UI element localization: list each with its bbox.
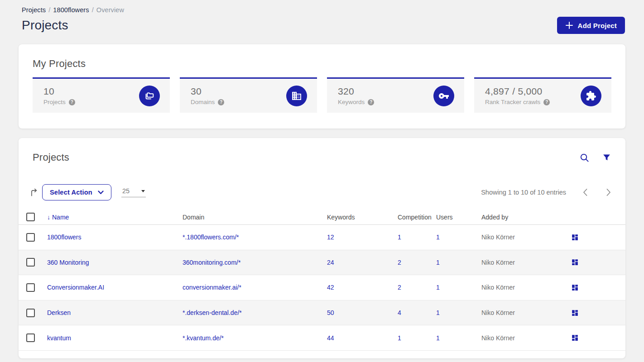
project-added-by: Niko Körner bbox=[481, 334, 569, 342]
projects-table-title: Projects bbox=[33, 152, 69, 163]
projects-table: ↓ Name Domain Keywords Competition Users… bbox=[19, 210, 625, 351]
stat-domains: 30 Domains ? bbox=[180, 77, 317, 113]
project-users-value[interactable]: 1 bbox=[436, 309, 481, 316]
breadcrumb-1800flowers[interactable]: 1800flowers bbox=[53, 6, 89, 14]
caret-down-icon bbox=[141, 190, 145, 192]
stat-rank-tracker-label: Rank Tracker crawls bbox=[485, 99, 540, 105]
stat-projects-value: 10 bbox=[43, 86, 75, 97]
project-competition-value[interactable]: 2 bbox=[398, 259, 436, 266]
project-competition-value[interactable]: 1 bbox=[398, 233, 436, 241]
filter-icon[interactable] bbox=[602, 153, 611, 162]
table-row: 360 Monitoring 360monitoring.com/* 24 2 … bbox=[19, 250, 625, 276]
project-added-by: Niko Körner bbox=[481, 284, 569, 291]
export-icon[interactable] bbox=[29, 187, 39, 197]
project-keywords-value[interactable]: 24 bbox=[327, 259, 398, 266]
project-keywords-value[interactable]: 12 bbox=[327, 233, 398, 241]
table-row: 1800flowers *.1800flowers.com/* 12 1 1 N… bbox=[19, 225, 625, 250]
breadcrumb-separator: / bbox=[48, 6, 50, 14]
breadcrumb-separator: / bbox=[92, 6, 94, 14]
chevron-down-icon bbox=[98, 189, 104, 196]
select-all-checkbox[interactable] bbox=[26, 213, 35, 221]
plus-icon bbox=[565, 21, 573, 29]
stat-projects-label: Projects bbox=[43, 99, 66, 105]
stat-rank-tracker-value: 4,897 / 5,000 bbox=[485, 86, 550, 97]
add-project-button[interactable]: Add Project bbox=[557, 17, 625, 34]
column-header-users[interactable]: Users bbox=[436, 214, 481, 221]
dashboard-icon[interactable] bbox=[569, 334, 625, 342]
stats-row: 10 Projects ? 30 Domains ? bbox=[33, 77, 611, 113]
project-users-value[interactable]: 1 bbox=[436, 284, 481, 291]
my-projects-title: My Projects bbox=[33, 58, 611, 70]
project-keywords-value[interactable]: 44 bbox=[327, 334, 398, 342]
stat-keywords-label: Keywords bbox=[338, 99, 365, 105]
project-domain-link[interactable]: *.kvantum.de/* bbox=[183, 334, 327, 342]
column-header-competition[interactable]: Competition bbox=[398, 214, 436, 221]
project-name-link[interactable]: 360 Monitoring bbox=[47, 259, 183, 266]
row-checkbox[interactable] bbox=[26, 233, 35, 242]
project-competition-value[interactable]: 4 bbox=[398, 309, 436, 316]
stat-domains-label: Domains bbox=[191, 99, 215, 105]
stat-keywords-value: 320 bbox=[338, 86, 374, 97]
page-title: Projects bbox=[22, 18, 68, 33]
page-size-select[interactable]: 25 bbox=[121, 187, 146, 197]
my-projects-card: My Projects 10 Projects ? 30 Dom bbox=[19, 44, 625, 129]
table-row: Conversionmaker.AI conversionmaker.ai/* … bbox=[19, 275, 625, 300]
stat-domains-value: 30 bbox=[191, 86, 224, 97]
breadcrumb: Projects/1800flowers/Overview bbox=[22, 6, 625, 14]
help-icon[interactable]: ? bbox=[69, 99, 75, 105]
column-header-domain[interactable]: Domain bbox=[183, 214, 327, 221]
project-keywords-value[interactable]: 42 bbox=[327, 284, 398, 291]
project-name-link[interactable]: Derksen bbox=[47, 309, 183, 316]
project-added-by: Niko Körner bbox=[481, 259, 569, 266]
dashboard-icon[interactable] bbox=[569, 233, 625, 241]
project-users-value[interactable]: 1 bbox=[436, 259, 481, 266]
puzzle-icon bbox=[581, 86, 601, 106]
key-icon bbox=[433, 86, 454, 106]
column-header-keywords[interactable]: Keywords bbox=[327, 214, 398, 221]
stat-projects: 10 Projects ? bbox=[33, 77, 170, 113]
table-body: 1800flowers *.1800flowers.com/* 12 1 1 N… bbox=[19, 225, 625, 351]
row-checkbox[interactable] bbox=[26, 333, 35, 342]
table-row: kvantum *.kvantum.de/* 44 1 1 Niko Körne… bbox=[19, 325, 625, 351]
project-name-link[interactable]: kvantum bbox=[47, 334, 183, 342]
add-project-label: Add Project bbox=[578, 22, 617, 29]
column-header-name[interactable]: ↓ Name bbox=[47, 214, 183, 221]
table-row: Derksen *.derksen-dental.de/* 50 4 1 Nik… bbox=[19, 300, 625, 326]
project-competition-value[interactable]: 2 bbox=[398, 284, 436, 291]
select-action-label: Select Action bbox=[50, 189, 92, 196]
project-added-by: Niko Körner bbox=[481, 233, 569, 241]
dashboard-icon[interactable] bbox=[569, 258, 625, 266]
select-action-dropdown[interactable]: Select Action bbox=[42, 184, 111, 200]
project-users-value[interactable]: 1 bbox=[436, 233, 481, 241]
help-icon[interactable]: ? bbox=[368, 99, 374, 105]
breadcrumb-projects[interactable]: Projects bbox=[22, 6, 46, 14]
project-domain-link[interactable]: conversionmaker.ai/* bbox=[183, 284, 327, 291]
row-checkbox[interactable] bbox=[26, 283, 35, 292]
projects-icon bbox=[139, 86, 160, 106]
project-domain-link[interactable]: *.1800flowers.com/* bbox=[183, 233, 327, 241]
row-checkbox[interactable] bbox=[26, 258, 35, 267]
project-name-link[interactable]: Conversionmaker.AI bbox=[47, 284, 183, 291]
showing-entries-text: Showing 1 to 10 of 10 entries bbox=[481, 189, 566, 196]
help-icon[interactable]: ? bbox=[218, 99, 224, 105]
table-header-row: ↓ Name Domain Keywords Competition Users… bbox=[19, 210, 625, 225]
row-checkbox[interactable] bbox=[26, 309, 35, 317]
stat-keywords: 320 Keywords ? bbox=[327, 77, 464, 113]
project-users-value[interactable]: 1 bbox=[436, 334, 481, 342]
project-domain-link[interactable]: 360monitoring.com/* bbox=[183, 259, 327, 266]
dashboard-icon[interactable] bbox=[569, 284, 625, 291]
prev-page-icon[interactable] bbox=[582, 188, 588, 196]
project-keywords-value[interactable]: 50 bbox=[327, 309, 398, 316]
page-header: Projects/1800flowers/Overview Projects A… bbox=[0, 0, 644, 34]
project-name-link[interactable]: 1800flowers bbox=[47, 233, 183, 241]
project-competition-value[interactable]: 1 bbox=[398, 334, 436, 342]
domains-icon bbox=[286, 86, 307, 106]
projects-table-card: Projects Select Action bbox=[19, 138, 625, 358]
dashboard-icon[interactable] bbox=[569, 309, 625, 317]
project-domain-link[interactable]: *.derksen-dental.de/* bbox=[183, 309, 327, 316]
help-icon[interactable]: ? bbox=[543, 99, 550, 105]
next-page-icon[interactable] bbox=[606, 188, 611, 196]
search-icon[interactable] bbox=[579, 152, 590, 163]
sort-desc-icon: ↓ bbox=[47, 214, 50, 221]
column-header-added-by[interactable]: Added by bbox=[481, 214, 569, 221]
